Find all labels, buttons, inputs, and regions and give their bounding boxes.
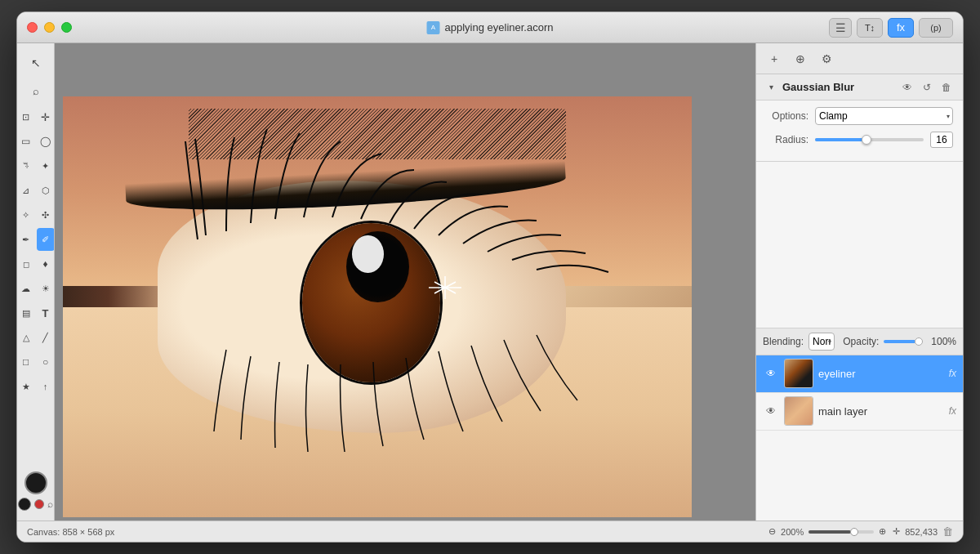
layer-visibility-main[interactable]: 👁 [763,403,779,419]
blending-select-wrapper: Normal ▾ [808,333,835,351]
radius-slider-track[interactable] [815,138,924,141]
maximize-button[interactable] [61,22,72,33]
gaussian-blur-section: ▾ Gaussian Blur 👁 ↺ 🗑 Options: Clamp [756,74,963,162]
crop-tool[interactable]: ⊡ [17,105,35,128]
vector-pen-tool[interactable]: △ [17,326,35,349]
font-tool-button[interactable]: T↕ [857,18,883,38]
move-tool[interactable]: ✛ [37,105,55,128]
title-bar: A applying eyeliner.acorn ☰ T↕ fx (p) [17,12,963,43]
magic-wand-tool[interactable]: ✧ [17,203,35,226]
eraser-smudge-pair: ◻ ♦ [17,252,55,275]
blending-mode-select[interactable]: Normal [808,333,835,351]
layer-thumb-eye-bg [785,360,813,387]
gradient-tool[interactable]: ▤ [17,302,35,324]
paint-bucket-tool[interactable]: ⬡ [37,179,55,202]
filter-title: Gaussian Blur [782,81,894,93]
text-tool[interactable]: T [37,302,55,324]
star-arrow-pair: ★ ↑ [17,375,55,398]
layer-fx-main[interactable]: fx [949,405,956,417]
radius-slider-thumb[interactable] [862,135,871,145]
layer-thumb-main-bg [785,397,813,425]
status-bar: Canvas: 858 × 568 px ⊖ 200% ⊕ ✛ 852,433 … [17,520,963,542]
opacity-slider-thumb[interactable] [915,337,923,346]
app-window: A applying eyeliner.acorn ☰ T↕ fx (p) ↖ … [16,11,964,543]
red-color-indicator[interactable] [34,499,44,509]
move-icon: ✛ [893,526,900,537]
foreground-color-swatch[interactable] [24,471,47,494]
zoom-slider-track[interactable] [808,530,874,534]
opacity-slider-track[interactable] [884,340,923,343]
radius-slider-fill [815,138,864,141]
ellipse-shape-tool[interactable]: ○ [37,351,55,373]
healing-brush-tool[interactable]: ✣ [37,203,55,226]
zoom-slider-fill [808,530,851,534]
filter-gear-button[interactable]: ⚙ [817,49,836,69]
sidebar-toggle-button[interactable]: ☰ [829,18,852,38]
star-tool[interactable]: ★ [17,375,35,398]
dodge-tool[interactable]: ☀ [37,277,55,300]
gradient-text-pair: ▤ T [17,302,55,324]
filter-visibility-button[interactable]: 👁 [899,79,915,96]
zoom-in-icon[interactable]: ⊕ [879,526,886,537]
radius-value[interactable]: 16 [930,132,953,148]
main-area: ↖ ⌕ ⊡ ✛ ▭ ◯ ꕐ ✦ ⊿ ⬡ ✧ [17,43,963,520]
eye-reflection [352,235,384,273]
background-color-indicator[interactable] [18,498,31,511]
zoom-out-icon[interactable]: ⊖ [768,526,776,537]
left-toolbar: ↖ ⌕ ⊡ ✛ ▭ ◯ ꕐ ✦ ⊿ ⬡ ✧ [17,43,55,520]
fx-button[interactable]: fx [888,18,914,38]
fx-label: fx [897,21,905,34]
close-button[interactable] [27,22,38,33]
zoom-slider-thumb[interactable] [850,528,858,536]
blur-tool[interactable]: ☁ [17,277,35,300]
coordinates: 852,433 [905,527,938,537]
filter-globe-button[interactable]: ⊕ [791,49,810,69]
pen-tool[interactable]: ✒ [17,228,35,251]
filter-action-icons: 👁 ↺ 🗑 [899,79,955,96]
rect-shape-tool[interactable]: □ [17,351,35,373]
zoom-tool[interactable]: ⌕ [23,78,49,104]
layer-fx-eyeliner[interactable]: fx [949,368,956,379]
add-filter-button[interactable]: + [764,49,784,69]
trash-icon[interactable]: 🗑 [942,525,953,538]
ellipse-select-tool[interactable]: ◯ [37,130,55,153]
crop-move-pair: ⊡ ✛ [17,105,55,128]
radius-label: Radius: [766,134,808,145]
eraser-tool[interactable]: ◻ [17,252,35,275]
lasso-tool[interactable]: ꕐ [17,154,35,177]
canvas-area[interactable] [55,43,755,520]
opacity-slider-wrapper [884,340,923,343]
minimize-button[interactable] [44,22,55,33]
magic-lasso-tool[interactable]: ✦ [37,154,55,177]
line-tool[interactable]: ╱ [37,326,55,349]
opacity-value: 100% [931,336,956,347]
filter-delete-button[interactable]: 🗑 [938,79,955,96]
color-well-area: ⌕ [18,471,53,514]
options-select[interactable]: Clamp [815,107,953,125]
rect-select-tool[interactable]: ▭ [17,130,35,153]
filter-info-button[interactable]: ↺ [919,79,935,96]
layer-item-main[interactable]: 👁 main layer fx [756,393,963,431]
eyedropper-tool[interactable]: ⊿ [17,179,35,202]
layer-name-main: main layer [818,405,944,418]
filter-expand-icon[interactable]: ▾ [764,81,777,94]
arrow-tool[interactable]: ↖ [23,50,49,76]
color-tools-row: ⌕ [18,498,53,511]
layer-visibility-eyeliner[interactable]: 👁 [763,365,779,382]
wand-brush-pair: ✧ ✣ [17,203,55,226]
zoom-indicator-icon[interactable]: ⌕ [47,498,53,510]
options-select-wrapper: Clamp ▾ [815,107,953,125]
p-button[interactable]: (p) [919,18,953,38]
vector-line-pair: △ ╱ [17,326,55,349]
smudge-tool[interactable]: ♦ [37,252,55,275]
pencil-tool[interactable]: ✐ [37,228,55,251]
status-right: ✛ 852,433 🗑 [893,525,953,538]
document-icon: A [427,21,440,34]
layer-item-eyeliner[interactable]: 👁 eyeliner fx [756,355,963,393]
options-label: Options: [766,110,808,122]
opacity-label: Opacity: [843,336,879,347]
arrow-shape-tool[interactable]: ↑ [37,375,55,398]
cloud-sun-pair: ☁ ☀ [17,277,55,300]
filter-toolbar: + ⊕ ⚙ [756,43,963,74]
zoom-value: 200% [781,527,804,537]
